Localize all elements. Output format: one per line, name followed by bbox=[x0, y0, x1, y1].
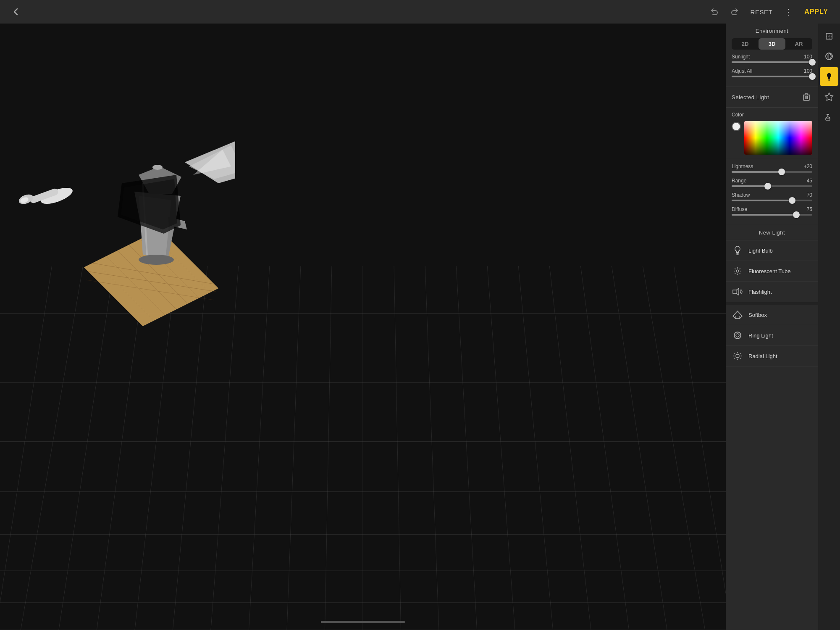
delete-light-button[interactable] bbox=[801, 91, 812, 103]
viewport-scene bbox=[0, 24, 726, 630]
svg-rect-73 bbox=[826, 33, 832, 39]
color-swatch[interactable] bbox=[732, 122, 741, 131]
paint-tool-button[interactable] bbox=[820, 108, 838, 126]
selected-light-title: Selected Light bbox=[732, 94, 769, 100]
home-indicator bbox=[321, 621, 405, 623]
adjust-all-track[interactable] bbox=[732, 76, 812, 77]
shadow-track[interactable] bbox=[732, 200, 812, 201]
lightness-value: +20 bbox=[804, 163, 812, 169]
reset-button[interactable]: RESET bbox=[747, 8, 776, 16]
svg-point-63 bbox=[736, 334, 739, 337]
sunlight-track[interactable] bbox=[732, 61, 812, 63]
view-3d-button[interactable]: 3D bbox=[759, 38, 785, 50]
svg-line-56 bbox=[739, 273, 740, 274]
sunlight-thumb[interactable] bbox=[809, 59, 816, 66]
right-panel: Environment 2D 3D AR Sunlight 100 bbox=[726, 24, 818, 630]
view-ar-button[interactable]: AR bbox=[785, 38, 812, 50]
fluorescent-tube-icon bbox=[732, 265, 743, 277]
color-gradient-picker[interactable] bbox=[744, 121, 812, 155]
radial-light-item[interactable]: Radial Light bbox=[726, 346, 818, 366]
flashlight-label: Flashlight bbox=[748, 289, 772, 295]
radial-light-label: Radial Light bbox=[748, 353, 777, 359]
color-picker-row bbox=[732, 121, 812, 155]
shadow-label: Shadow bbox=[732, 192, 750, 198]
softbox-item[interactable]: Softbox bbox=[726, 305, 818, 325]
radial-light-icon bbox=[732, 350, 743, 362]
svg-line-69 bbox=[735, 353, 735, 354]
shadow-slider-row: Shadow 70 bbox=[732, 192, 812, 201]
range-thumb[interactable] bbox=[764, 183, 771, 190]
new-light-section: New Light bbox=[726, 225, 818, 240]
fluorescent-tube-item[interactable]: Fluorescent Tube bbox=[726, 261, 818, 282]
svg-line-70 bbox=[740, 358, 741, 359]
shadow-thumb[interactable] bbox=[789, 197, 795, 204]
lightness-slider-row: Lightness +20 bbox=[732, 163, 812, 173]
svg-line-57 bbox=[739, 269, 740, 269]
viewport[interactable] bbox=[0, 24, 726, 630]
diffuse-track[interactable] bbox=[732, 214, 812, 216]
diffuse-label: Diffuse bbox=[732, 206, 747, 212]
ring-light-label: Ring Light bbox=[748, 332, 773, 339]
redo-button[interactable] bbox=[727, 4, 742, 19]
adjust-all-label: Adjust All bbox=[732, 68, 752, 74]
light-tool-button[interactable] bbox=[820, 67, 838, 86]
more-button[interactable]: ⋮ bbox=[781, 4, 796, 19]
sunlight-label: Sunlight bbox=[732, 54, 750, 60]
lightness-thumb[interactable] bbox=[778, 169, 785, 175]
ring-light-item[interactable]: Ring Light bbox=[726, 325, 818, 346]
shadow-fill bbox=[732, 200, 792, 201]
softbox-icon bbox=[732, 309, 743, 321]
shadow-value: 70 bbox=[807, 192, 812, 198]
light-properties-section: Lightness +20 Range 45 bbox=[726, 159, 818, 225]
adjust-tool-button[interactable] bbox=[820, 47, 838, 66]
environment-section: Environment 2D 3D AR Sunlight 100 bbox=[726, 24, 818, 87]
svg-point-62 bbox=[734, 332, 741, 339]
lightness-label: Lightness bbox=[732, 163, 753, 169]
adjust-all-slider-row: Adjust All 100 bbox=[732, 68, 812, 77]
range-label: Range bbox=[732, 178, 746, 184]
environment-title: Environment bbox=[732, 28, 812, 34]
main-content: Environment 2D 3D AR Sunlight 100 bbox=[0, 24, 840, 630]
back-button[interactable] bbox=[8, 4, 24, 19]
apply-button[interactable]: APPLY bbox=[801, 8, 832, 16]
view-mode-toggle: 2D 3D AR bbox=[732, 38, 812, 50]
light-bulb-icon bbox=[732, 245, 743, 256]
sunlight-fill bbox=[732, 61, 812, 63]
flashlight-item[interactable]: Flashlight bbox=[726, 282, 818, 302]
lightness-fill bbox=[732, 171, 782, 173]
color-label: Color bbox=[732, 112, 812, 118]
svg-line-55 bbox=[735, 269, 736, 269]
svg-line-71 bbox=[740, 353, 741, 354]
light-bulb-label: Light Bulb bbox=[748, 248, 773, 254]
range-track[interactable] bbox=[732, 185, 812, 187]
diffuse-fill bbox=[732, 214, 796, 216]
diffuse-thumb[interactable] bbox=[793, 211, 800, 218]
svg-point-37 bbox=[152, 165, 163, 170]
svg-point-64 bbox=[736, 354, 739, 358]
right-toolbar bbox=[818, 24, 840, 630]
svg-line-58 bbox=[735, 273, 736, 274]
topbar: RESET ⋮ APPLY bbox=[0, 0, 840, 24]
range-value: 45 bbox=[807, 178, 812, 184]
view-2d-button[interactable]: 2D bbox=[732, 38, 759, 50]
new-light-title: New Light bbox=[732, 229, 812, 236]
adjust-all-thumb[interactable] bbox=[809, 73, 816, 80]
crop-tool-button[interactable] bbox=[820, 27, 838, 45]
ring-light-icon bbox=[732, 329, 743, 341]
color-section: Color bbox=[726, 108, 818, 159]
lightness-track[interactable] bbox=[732, 171, 812, 173]
fluorescent-tube-label: Fluorescent Tube bbox=[748, 268, 790, 274]
selected-light-section: Selected Light bbox=[726, 87, 818, 108]
range-slider-row: Range 45 bbox=[732, 178, 812, 187]
softbox-label: Softbox bbox=[748, 312, 767, 318]
undo-button[interactable] bbox=[707, 4, 722, 19]
diffuse-slider-row: Diffuse 75 bbox=[732, 206, 812, 216]
light-bulb-item[interactable]: Light Bulb bbox=[726, 240, 818, 261]
svg-point-50 bbox=[736, 270, 739, 272]
diffuse-value: 75 bbox=[807, 206, 812, 212]
svg-line-72 bbox=[735, 358, 735, 359]
svg-rect-79 bbox=[826, 118, 830, 120]
flashlight-icon bbox=[732, 286, 743, 298]
adjust-all-fill bbox=[732, 76, 812, 77]
pin-tool-button[interactable] bbox=[820, 87, 838, 106]
